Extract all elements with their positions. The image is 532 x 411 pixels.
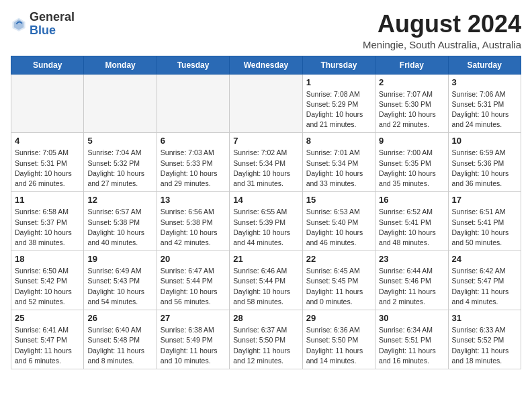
day-info: Sunrise: 6:58 AMSunset: 5:37 PMDaylight:… [15,207,80,248]
week-row: 4Sunrise: 7:05 AMSunset: 5:31 PMDaylight… [11,133,521,192]
month-year-title: August 2024 [363,11,521,38]
calendar-cell: 5Sunrise: 7:04 AMSunset: 5:32 PMDaylight… [84,133,157,192]
calendar-cell: 15Sunrise: 6:53 AMSunset: 5:40 PMDayligh… [302,192,375,251]
day-info: Sunrise: 7:03 AMSunset: 5:33 PMDaylight:… [161,148,226,189]
day-number: 14 [233,195,298,205]
day-info: Sunrise: 6:59 AMSunset: 5:36 PMDaylight:… [452,148,517,189]
calendar-cell: 22Sunrise: 6:45 AMSunset: 5:45 PMDayligh… [302,251,375,310]
calendar-cell: 4Sunrise: 7:05 AMSunset: 5:31 PMDaylight… [11,133,84,192]
day-info: Sunrise: 6:50 AMSunset: 5:42 PMDaylight:… [15,266,80,307]
day-number: 15 [306,195,371,205]
calendar-cell: 16Sunrise: 6:52 AMSunset: 5:41 PMDayligh… [375,192,448,251]
day-number: 23 [379,254,444,264]
day-info: Sunrise: 6:53 AMSunset: 5:40 PMDaylight:… [306,207,371,248]
day-info: Sunrise: 6:38 AMSunset: 5:49 PMDaylight:… [161,325,226,366]
calendar-body: 1Sunrise: 7:08 AMSunset: 5:29 PMDaylight… [11,74,521,369]
calendar-cell: 2Sunrise: 7:07 AMSunset: 5:30 PMDaylight… [375,74,448,133]
calendar-cell [230,74,302,133]
calendar-cell: 20Sunrise: 6:47 AMSunset: 5:44 PMDayligh… [157,251,229,310]
calendar-cell: 25Sunrise: 6:41 AMSunset: 5:47 PMDayligh… [11,310,84,369]
calendar-cell: 14Sunrise: 6:55 AMSunset: 5:39 PMDayligh… [230,192,302,251]
day-number: 10 [452,136,517,146]
day-info: Sunrise: 7:05 AMSunset: 5:31 PMDaylight:… [15,148,80,189]
calendar-cell: 18Sunrise: 6:50 AMSunset: 5:42 PMDayligh… [11,251,84,310]
day-info: Sunrise: 7:06 AMSunset: 5:31 PMDaylight:… [452,89,517,130]
day-number: 18 [15,254,80,264]
logo-icon [11,16,27,32]
day-info: Sunrise: 7:01 AMSunset: 5:34 PMDaylight:… [306,148,371,189]
day-info: Sunrise: 6:57 AMSunset: 5:38 PMDaylight:… [87,207,152,248]
day-of-week-header: Sunday [11,56,84,74]
day-info: Sunrise: 6:51 AMSunset: 5:41 PMDaylight:… [452,207,517,248]
calendar-cell: 13Sunrise: 6:56 AMSunset: 5:38 PMDayligh… [157,192,229,251]
day-number: 13 [161,195,226,205]
day-number: 19 [87,254,152,264]
calendar-cell [157,74,229,133]
calendar-cell: 24Sunrise: 6:42 AMSunset: 5:47 PMDayligh… [448,251,521,310]
day-number: 31 [452,313,517,323]
calendar-cell: 11Sunrise: 6:58 AMSunset: 5:37 PMDayligh… [11,192,84,251]
calendar-cell: 1Sunrise: 7:08 AMSunset: 5:29 PMDaylight… [302,74,375,133]
day-info: Sunrise: 7:00 AMSunset: 5:35 PMDaylight:… [379,148,444,189]
day-info: Sunrise: 6:41 AMSunset: 5:47 PMDaylight:… [15,325,80,366]
calendar-cell: 30Sunrise: 6:34 AMSunset: 5:51 PMDayligh… [375,310,448,369]
calendar-cell: 8Sunrise: 7:01 AMSunset: 5:34 PMDaylight… [302,133,375,192]
calendar-cell: 19Sunrise: 6:49 AMSunset: 5:43 PMDayligh… [84,251,157,310]
calendar-cell: 21Sunrise: 6:46 AMSunset: 5:44 PMDayligh… [230,251,302,310]
calendar-cell: 10Sunrise: 6:59 AMSunset: 5:36 PMDayligh… [448,133,521,192]
day-info: Sunrise: 7:04 AMSunset: 5:32 PMDaylight:… [87,148,152,189]
day-of-week-header: Monday [84,56,157,74]
day-number: 3 [452,77,517,87]
day-of-week-header: Tuesday [157,56,229,74]
week-row: 11Sunrise: 6:58 AMSunset: 5:37 PMDayligh… [11,192,521,251]
calendar-cell: 28Sunrise: 6:37 AMSunset: 5:50 PMDayligh… [230,310,302,369]
title-block: August 2024 Meningie, South Australia, A… [363,11,521,50]
day-number: 6 [161,136,226,146]
day-number: 4 [15,136,80,146]
day-info: Sunrise: 6:37 AMSunset: 5:50 PMDaylight:… [233,325,298,366]
calendar-cell [11,74,84,133]
header-row: SundayMondayTuesdayWednesdayThursdayFrid… [11,56,521,74]
calendar-cell: 9Sunrise: 7:00 AMSunset: 5:35 PMDaylight… [375,133,448,192]
logo-text: General Blue [30,11,75,38]
day-info: Sunrise: 7:08 AMSunset: 5:29 PMDaylight:… [306,89,371,130]
calendar-cell: 7Sunrise: 7:02 AMSunset: 5:34 PMDaylight… [230,133,302,192]
calendar-cell: 29Sunrise: 6:36 AMSunset: 5:50 PMDayligh… [302,310,375,369]
calendar-cell: 3Sunrise: 7:06 AMSunset: 5:31 PMDaylight… [448,74,521,133]
day-number: 27 [161,313,226,323]
day-info: Sunrise: 6:44 AMSunset: 5:46 PMDaylight:… [379,266,444,307]
day-number: 17 [452,195,517,205]
day-info: Sunrise: 6:40 AMSunset: 5:48 PMDaylight:… [87,325,152,366]
location-subtitle: Meningie, South Australia, Australia [363,39,521,50]
day-of-week-header: Friday [375,56,448,74]
day-number: 7 [233,136,298,146]
day-number: 22 [306,254,371,264]
day-info: Sunrise: 6:55 AMSunset: 5:39 PMDaylight:… [233,207,298,248]
calendar-cell: 17Sunrise: 6:51 AMSunset: 5:41 PMDayligh… [448,192,521,251]
day-info: Sunrise: 6:56 AMSunset: 5:38 PMDaylight:… [161,207,226,248]
day-info: Sunrise: 6:33 AMSunset: 5:52 PMDaylight:… [452,325,517,366]
day-info: Sunrise: 6:46 AMSunset: 5:44 PMDaylight:… [233,266,298,307]
calendar-cell: 27Sunrise: 6:38 AMSunset: 5:49 PMDayligh… [157,310,229,369]
calendar-cell: 12Sunrise: 6:57 AMSunset: 5:38 PMDayligh… [84,192,157,251]
day-number: 24 [452,254,517,264]
day-number: 11 [15,195,80,205]
calendar-cell: 6Sunrise: 7:03 AMSunset: 5:33 PMDaylight… [157,133,229,192]
week-row: 1Sunrise: 7:08 AMSunset: 5:29 PMDaylight… [11,74,521,133]
day-of-week-header: Wednesday [230,56,302,74]
day-info: Sunrise: 6:42 AMSunset: 5:47 PMDaylight:… [452,266,517,307]
day-number: 16 [379,195,444,205]
day-info: Sunrise: 6:45 AMSunset: 5:45 PMDaylight:… [306,266,371,307]
week-row: 18Sunrise: 6:50 AMSunset: 5:42 PMDayligh… [11,251,521,310]
day-info: Sunrise: 7:02 AMSunset: 5:34 PMDaylight:… [233,148,298,189]
logo-general: General [30,10,75,24]
calendar-cell: 31Sunrise: 6:33 AMSunset: 5:52 PMDayligh… [448,310,521,369]
day-info: Sunrise: 6:52 AMSunset: 5:41 PMDaylight:… [379,207,444,248]
calendar-table: SundayMondayTuesdayWednesdayThursdayFrid… [11,56,521,369]
day-number: 5 [87,136,152,146]
day-number: 9 [379,136,444,146]
day-number: 12 [87,195,152,205]
day-number: 30 [379,313,444,323]
day-number: 28 [233,313,298,323]
calendar-cell: 23Sunrise: 6:44 AMSunset: 5:46 PMDayligh… [375,251,448,310]
